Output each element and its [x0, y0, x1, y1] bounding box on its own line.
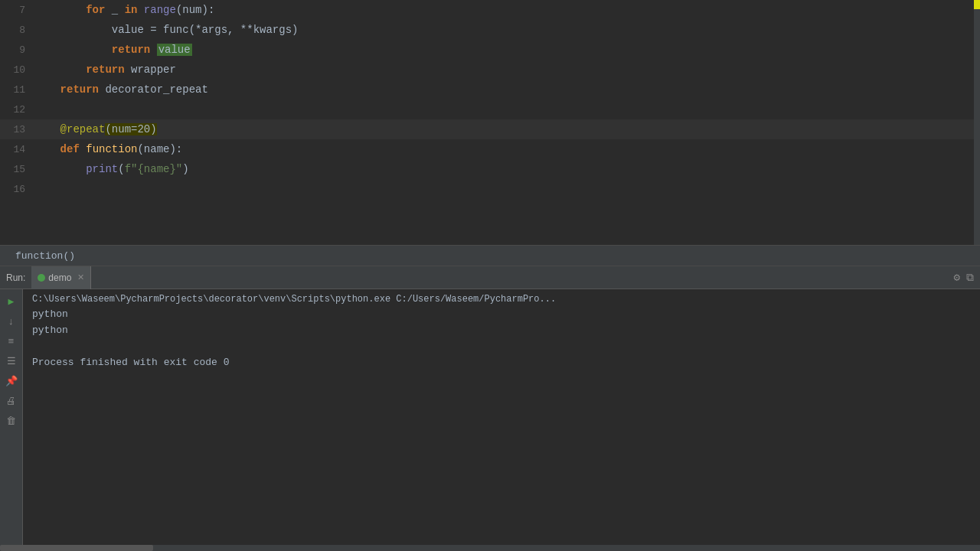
output-blank	[32, 339, 971, 355]
scroll-thumb[interactable]	[974, 0, 980, 9]
line-content-10: return wrapper	[34, 60, 980, 80]
code-line-8: 8 value = func(*args, **kwargs)	[0, 20, 980, 40]
pin-icon[interactable]: 📌	[4, 373, 19, 389]
code-editor[interactable]: 7 for _ in range(num): 8 value = func(*a…	[0, 0, 980, 245]
run-panel: Run: demo ✕ ⚙ ⧉ ▶ ↓ ≡ ☰ 📌 🖨 🗑 C:\Users\W…	[0, 266, 980, 545]
keyword-in: in	[125, 4, 138, 16]
line-num-11: 11	[0, 80, 34, 100]
output-python-2: python	[32, 323, 971, 339]
play-icon[interactable]: ▶	[4, 294, 19, 309]
code-line-7: 7 for _ in range(num):	[0, 0, 980, 20]
code-line-11: 11 return decorator_repeat	[0, 80, 980, 99]
keyword-def: def	[60, 143, 80, 155]
code-line-15: 15 print(f"{name}")	[0, 159, 980, 179]
run-sidebar: ▶ ↓ ≡ ☰ 📌 🖨 🗑	[0, 289, 23, 545]
decorator-close: )	[150, 123, 156, 135]
run-toolbar-right: ⚙ ⧉	[954, 271, 980, 284]
decorator-repeat: @repeat	[60, 123, 106, 135]
function-hint-text: function()	[15, 250, 75, 262]
function-hint-bar: function()	[0, 245, 980, 266]
line-num-10: 10	[0, 60, 34, 80]
line-num-16: 16	[0, 180, 34, 200]
line-num-8: 8	[0, 21, 34, 41]
builtin-print: print	[86, 163, 118, 175]
run-panel-header: Run: demo ✕ ⚙ ⧉	[0, 266, 980, 289]
code-line-16: 16	[0, 179, 980, 199]
line-num-15: 15	[0, 160, 34, 180]
output-path: C:\Users\Waseem\PycharmProjects\decorato…	[32, 292, 971, 307]
list-icon[interactable]: ≡	[4, 334, 19, 349]
run-label: Run:	[0, 266, 31, 289]
down-arrow-icon[interactable]: ↓	[4, 314, 19, 329]
line-content-14: def function(name):	[34, 139, 980, 159]
line-content-13: @repeat(num=20)	[34, 119, 980, 139]
line-content-11: return decorator_repeat	[34, 80, 980, 99]
settings-icon[interactable]: ⚙	[954, 271, 960, 284]
run-tab-name: demo	[48, 272, 71, 283]
line-content-9: return value	[34, 40, 980, 60]
list2-icon[interactable]: ☰	[4, 354, 19, 369]
line-num-12: 12	[0, 100, 34, 120]
decorator-args: (num=20	[105, 123, 150, 135]
keyword-return-11: return	[60, 83, 99, 96]
vertical-scrollbar[interactable]	[974, 0, 980, 245]
line-num-13: 13	[0, 120, 34, 140]
line-content-15: print(f"{name}")	[34, 159, 980, 179]
builtin-range: range	[144, 4, 176, 16]
external-icon[interactable]: ⧉	[966, 272, 974, 284]
line-content-12	[34, 99, 980, 119]
code-lines: 7 for _ in range(num): 8 value = func(*a…	[0, 0, 980, 199]
code-line-10: 10 return wrapper	[0, 60, 980, 80]
code-line-14: 14 def function(name):	[0, 139, 980, 159]
line-content-8: value = func(*args, **kwargs)	[34, 20, 980, 40]
keyword-return-10: return	[86, 64, 124, 76]
run-content: ▶ ↓ ≡ ☰ 📌 🖨 🗑 C:\Users\Waseem\PycharmPro…	[0, 289, 980, 545]
print-icon[interactable]: 🖨	[4, 393, 19, 409]
bottom-scrollbar-thumb[interactable]	[0, 545, 153, 551]
code-line-13[interactable]: 13 @repeat(num=20)	[0, 119, 980, 139]
str-fstring: f"{name}"	[125, 163, 183, 175]
code-line-12: 12	[0, 99, 980, 119]
line-num-9: 9	[0, 41, 34, 60]
trash-icon[interactable]: 🗑	[4, 413, 19, 429]
run-tab-status-icon	[38, 274, 45, 282]
var-value-highlight: value	[157, 44, 192, 56]
line-content-7: for _ in range(num):	[34, 0, 980, 20]
code-line-9: 9 return value	[0, 40, 980, 60]
keyword-return-9: return	[112, 44, 150, 56]
line-num-14: 14	[0, 140, 34, 160]
output-python-1: python	[32, 307, 971, 323]
bottom-scrollbar[interactable]	[0, 545, 980, 551]
run-output[interactable]: C:\Users\Waseem\PycharmProjects\decorato…	[23, 289, 980, 545]
output-process: Process finished with exit code 0	[32, 355, 971, 371]
line-content-16	[34, 179, 980, 199]
run-tab-demo[interactable]: demo ✕	[31, 266, 91, 289]
line-num-7: 7	[0, 1, 34, 21]
fn-function: function	[86, 143, 137, 155]
keyword-for: for	[34, 4, 105, 16]
run-tab-close[interactable]: ✕	[77, 272, 84, 282]
